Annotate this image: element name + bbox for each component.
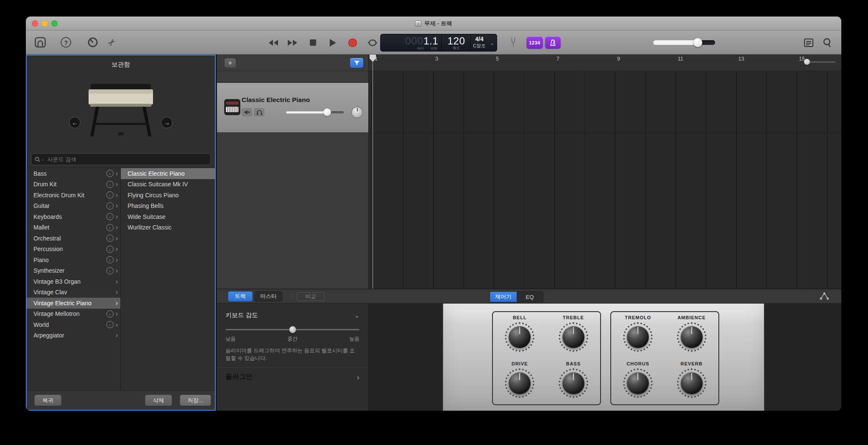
lcd-tempo-section[interactable]: 120 템포 [442,34,471,52]
library-category-row[interactable]: Keyboards ↓ › [27,211,120,222]
count-in-button[interactable]: 1234 [526,36,543,49]
library-category-row[interactable]: Bass ↓ › [27,168,120,179]
zoom-slider[interactable] [805,61,835,63]
library-category-row[interactable]: Vintage B3 Organ ↓ › [27,276,120,287]
save-button[interactable]: 저장... [180,395,211,406]
controls-eq-tab[interactable]: 제어기 [490,292,517,302]
pan-knob[interactable] [351,107,363,118]
compare-button[interactable]: 비교 [297,292,325,301]
track-filter-button[interactable] [350,58,363,68]
master-volume-slider[interactable] [653,40,715,45]
fast-forward-button[interactable] [287,37,299,48]
ruler-mark: 13 [736,56,797,62]
smart-controls-tab[interactable]: 마스터 [255,291,282,301]
control-knob[interactable] [504,367,536,399]
library-category-row[interactable]: Vintage Mellotron ↓ › [27,309,120,320]
smart-controls-tab[interactable]: 트랙 [228,291,253,301]
library-category-row[interactable]: World ↓ › [27,319,120,330]
cycle-button[interactable] [366,37,379,48]
library-category-row[interactable]: Guitar ↓ › [27,201,120,212]
download-icon[interactable]: ↓ [106,202,114,210]
zoom-slider-thumb[interactable] [804,59,810,65]
download-icon[interactable]: ↓ [106,170,114,177]
control-knob[interactable] [622,321,654,353]
plugins-row[interactable]: 플러그인 › [225,373,359,381]
note-pad-button[interactable] [804,38,814,47]
add-track-button[interactable]: + [224,58,236,68]
library-category-row[interactable]: Vintage Electric Piano ↓ › [27,298,120,309]
play-button[interactable] [326,37,339,48]
delete-button[interactable]: 삭제 [145,395,172,406]
control-knob[interactable] [504,321,536,353]
library-category-row[interactable]: Drum Kit ↓ › [27,179,120,190]
solo-button[interactable] [254,108,264,116]
library-category-row[interactable]: Arpeggiator ↓ › [27,330,120,341]
metronome-button[interactable] [545,36,561,49]
library-patch-row[interactable]: Wurlitzer Classic [121,222,215,233]
library-patch-row[interactable]: Flying Circus Piano [121,190,215,201]
library-patch-row[interactable]: Phasing Bells [121,201,215,212]
chevron-right-icon: › [116,300,118,307]
library-category-row[interactable]: Percussion ↓ › [27,244,120,255]
download-icon[interactable]: ↓ [106,213,114,220]
loop-browser-button[interactable] [822,38,832,47]
library-patch-row[interactable]: Wide Suitcase [121,211,215,222]
master-volume-thumb[interactable] [693,38,702,47]
download-icon[interactable]: ↓ [106,310,114,318]
control-knob[interactable] [676,367,708,399]
control-knob[interactable] [557,367,590,399]
track-header[interactable]: Classic Electric Piano [217,83,368,133]
download-icon[interactable]: ↓ [106,246,114,253]
smart-controls-button[interactable] [86,36,100,49]
controller-assignments-button[interactable] [819,292,829,300]
control-knob[interactable] [676,321,708,353]
library-category-row[interactable]: Mallet ↓ › [27,222,120,233]
library-toggle-button[interactable] [33,36,48,49]
patch-label: Classic Electric Piano [128,170,185,177]
download-icon[interactable]: ↓ [106,267,114,274]
sensitivity-low-label: 낮음 [225,335,236,343]
search-input[interactable] [47,156,207,163]
sensitivity-slider[interactable] [225,325,359,334]
library-patch-row[interactable]: Classic Electric Piano [121,168,215,179]
controls-eq-tab[interactable]: EQ [517,292,543,302]
chevron-right-icon: › [116,213,118,220]
quick-help-button[interactable]: ? [61,37,71,48]
download-icon[interactable]: ↓ [106,181,114,188]
track-volume-slider[interactable] [286,111,344,113]
lcd-display[interactable]: 000 1.1 마디 비트 120 템포 4/4 C장조 ⌄ [380,34,497,52]
tuner-button[interactable] [509,36,517,49]
library-category-row[interactable]: Vintage Clav ↓ › [27,287,120,298]
library-category-row[interactable]: Electronic Drum Kit ↓ › [27,190,120,201]
sound-search-field[interactable]: ⌄ [31,153,211,165]
stop-button[interactable] [306,37,319,48]
track-volume-thumb[interactable] [323,108,331,116]
mute-button[interactable] [242,108,252,116]
lcd-menu-chevron-icon[interactable]: ⌄ [488,34,496,52]
timeline[interactable]: 13579111315 [368,55,841,289]
download-icon[interactable]: ↓ [106,191,114,199]
rewind-button[interactable] [267,37,279,48]
ruler-mark: 15 [797,56,841,62]
library-category-row[interactable]: Orchestral ↓ › [27,233,120,244]
revert-button[interactable]: 복귀 [34,395,61,406]
collapse-chevron-icon[interactable]: ⌄ [354,312,359,319]
download-icon[interactable]: ↓ [106,224,114,231]
editors-button[interactable]: ✂ [103,33,121,51]
download-icon[interactable]: ↓ [106,321,114,328]
library-category-row[interactable]: Piano ↓ › [27,254,120,265]
library-category-row[interactable]: Synthesizer ↓ › [27,265,120,276]
record-button[interactable] [346,37,359,48]
library-footer: 복귀 삭제 저장... [27,390,215,410]
timeline-grid[interactable] [369,71,841,289]
lcd-key-section[interactable]: 4/4 C장조 [471,34,488,52]
download-icon[interactable]: ↓ [106,235,114,242]
control-knob[interactable] [622,367,654,399]
library-panel: 보관함 ← → [26,55,216,411]
download-icon[interactable]: ↓ [106,256,114,263]
library-patch-row[interactable]: Classic Suitcase Mk IV [121,179,215,190]
control-knob[interactable] [557,321,590,353]
chevron-right-icon: › [116,278,118,285]
sensitivity-slider-thumb[interactable] [289,326,296,333]
time-ruler[interactable]: 13579111315 [369,55,841,71]
